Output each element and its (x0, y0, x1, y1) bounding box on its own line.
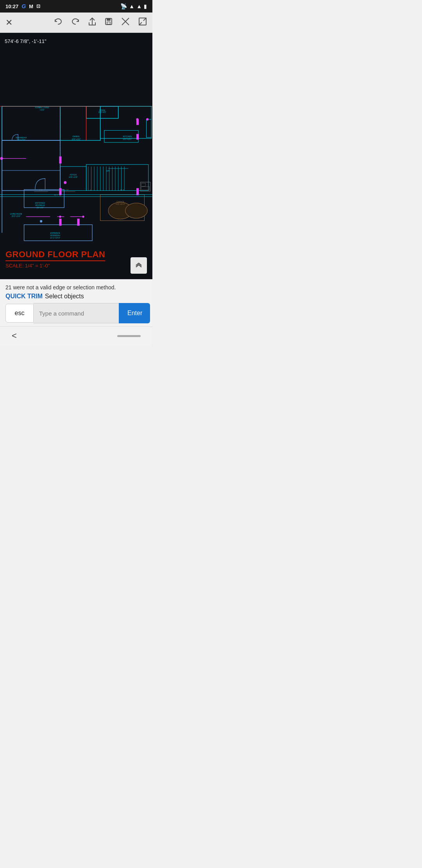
esc-button[interactable]: esc (5, 304, 34, 323)
fullscreen-icon (138, 17, 147, 28)
svg-text:UP↑: UP↑ (106, 170, 110, 172)
svg-point-94 (64, 181, 66, 184)
svg-text:ENTRANCE: ENTRANCE (50, 232, 60, 234)
svg-text:16'9"×15'0": 16'9"×15'0" (72, 138, 80, 140)
notification-icon: ⊡ (36, 4, 40, 9)
command-input[interactable] (34, 303, 119, 323)
command-name-label: QUICK TRIM (5, 293, 43, 300)
command-prompt: QUICK TRIM Select objects (5, 293, 147, 300)
svg-text:KITCHEN: KITCHEN (123, 135, 132, 138)
fullscreen-button[interactable] (137, 16, 148, 29)
time-display: 10:27 (5, 4, 18, 9)
svg-point-96 (146, 118, 148, 120)
svg-text:7'-9": 7'-9" (66, 189, 69, 191)
svg-text:3'-9"×19'-3": 3'-9"×19'-3" (116, 203, 125, 205)
close-icon: ✕ (5, 18, 13, 28)
svg-text:VERANDAH: VERANDAH (16, 136, 27, 139)
svg-text:66'-9": 66'-9" (54, 194, 58, 196)
close-button[interactable]: ✕ (4, 16, 14, 29)
svg-point-91 (40, 220, 42, 222)
svg-text:10'0"×16'6": 10'0"×16'6" (16, 139, 25, 141)
coordinates-display: 574'-6 7/8", -1'-11" (5, 38, 46, 44)
redo-icon (71, 18, 80, 27)
svg-rect-46 (136, 134, 139, 140)
save-button[interactable] (103, 16, 114, 29)
floor-plan-svg: VERANDAH 10'0"×16'6" DINING 16'9"×15'0" … (0, 33, 152, 244)
svg-text:FOYER: FOYER (70, 174, 77, 176)
share-icon (88, 17, 96, 28)
svg-text:GARAGE: GARAGE (116, 201, 124, 203)
toolbar: ✕ (0, 13, 152, 33)
svg-text:LIVING ROOM: LIVING ROOM (10, 213, 22, 215)
save-icon (105, 18, 113, 27)
google-icon: G (21, 3, 26, 9)
svg-text:9'-9": 9'-9" (39, 189, 43, 191)
redo-button[interactable] (70, 16, 81, 29)
svg-text:25'0"×15'0": 25'0"×15'0" (11, 215, 20, 217)
home-pill[interactable] (117, 335, 141, 337)
svg-point-40 (125, 203, 147, 218)
svg-text:ENTRANCE: ENTRANCE (35, 202, 45, 204)
svg-rect-3 (107, 22, 110, 24)
wifi-icon: ▲ (129, 3, 134, 9)
undo-icon (54, 18, 63, 27)
svg-text:VESTIBULE: VESTIBULE (35, 204, 45, 206)
svg-line-7 (143, 18, 146, 21)
svg-text:DINING: DINING (73, 135, 80, 138)
trim-icon (121, 17, 130, 28)
bottom-nav: < (0, 326, 152, 346)
svg-rect-43 (77, 219, 80, 226)
svg-text:14'0"×15'9": 14'0"×15'9" (69, 176, 78, 178)
enter-button[interactable]: Enter (119, 303, 150, 323)
scroll-top-icon (135, 262, 142, 269)
floor-plan-scale: SCALE: 1/4" = 1'-0" (5, 263, 147, 269)
command-area: 21 were not a valid edge or selection me… (0, 279, 152, 326)
undo-button[interactable] (52, 16, 64, 29)
svg-rect-47 (136, 188, 139, 195)
svg-point-92 (59, 216, 61, 218)
title-block: GROUND FLOOR PLAN SCALE: 1/4" = 1'-0" (0, 244, 152, 279)
gmail-icon: M (29, 4, 33, 9)
svg-rect-44 (59, 156, 61, 163)
svg-text:22'0"×15'0": 22'0"×15'0" (123, 138, 132, 140)
svg-text:z: z (90, 189, 91, 191)
svg-rect-42 (59, 219, 61, 226)
svg-line-8 (139, 22, 142, 25)
floor-plan-title: GROUND FLOOR PLAN (5, 249, 105, 261)
svg-text:STORE: STORE (99, 109, 106, 111)
trim-button[interactable] (120, 16, 131, 29)
scroll-top-button[interactable] (131, 257, 147, 274)
svg-text:FORMAL LIVING: FORMAL LIVING (35, 107, 49, 109)
svg-text:VERANDAH: VERANDAH (50, 235, 60, 237)
svg-point-95 (136, 118, 138, 120)
svg-text:12'-1"×19'-6": 12'-1"×19'-6" (50, 237, 61, 239)
svg-text:9'0"×9'0": 9'0"×9'0" (37, 207, 44, 209)
signal-icon: ▲ (136, 3, 142, 9)
cad-canvas[interactable]: 574'-6 7/8", -1'-11" (0, 33, 152, 244)
command-status-text: 21 were not a valid edge or selection me… (5, 284, 147, 291)
input-row: esc Enter (5, 303, 147, 323)
back-button[interactable]: < (12, 331, 17, 341)
cast-icon: 📡 (120, 3, 127, 9)
svg-text:10'0"×8'0": 10'0"×8'0" (98, 111, 106, 113)
svg-text:20'-9": 20'-9" (120, 189, 125, 191)
share-button[interactable] (87, 16, 98, 29)
svg-text:×15'0": ×15'0" (39, 109, 45, 111)
battery-icon: ▮ (144, 3, 147, 9)
svg-rect-2 (107, 18, 111, 21)
svg-point-93 (82, 216, 84, 218)
status-bar: 10:27 G M ⊡ 📡 ▲ ▲ ▮ (0, 0, 152, 13)
command-action-label: Select objects (45, 293, 84, 300)
